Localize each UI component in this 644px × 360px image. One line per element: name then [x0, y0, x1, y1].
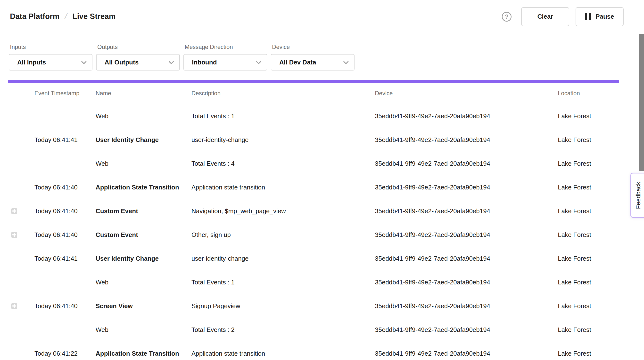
event-device: 35eddb41-9ff9-49e2-7aed-20afa90eb194 — [375, 350, 558, 357]
event-timestamp: Today 06:41:40 — [34, 231, 96, 239]
event-device: 35eddb41-9ff9-49e2-7aed-20afa90eb194 — [375, 112, 558, 120]
table-row[interactable]: Today 06:41:41 User Identity Change user… — [8, 247, 619, 270]
event-timestamp: Today 06:41:40 — [34, 302, 96, 310]
event-device: 35eddb41-9ff9-49e2-7aed-20afa90eb194 — [375, 231, 558, 239]
pause-button[interactable]: Pause — [576, 7, 624, 26]
expand-button[interactable] — [11, 232, 17, 238]
column-name: Name — [96, 90, 192, 97]
table-row[interactable]: Today 06:41:40 Custom Event Other, sign … — [8, 223, 619, 247]
event-description: Application state transition — [192, 184, 375, 191]
event-name: Web — [96, 160, 192, 168]
table-row[interactable]: Web Total Events : 2 35eddb41-9ff9-49e2-… — [8, 318, 619, 342]
breadcrumb: Data Platform / Live Stream — [10, 12, 116, 21]
event-location: Lake Forest — [558, 350, 619, 357]
chevron-down-icon — [81, 59, 87, 64]
event-name: Custom Event — [96, 207, 192, 215]
event-description: Total Events : 2 — [192, 326, 375, 334]
event-description: user-identity-change — [192, 136, 375, 144]
event-name: Custom Event — [96, 231, 192, 239]
filter-outputs-label: Outputs — [97, 44, 180, 50]
event-location: Lake Forest — [558, 255, 619, 262]
clear-button-label: Clear — [537, 13, 553, 20]
top-bar-actions: ? Clear Pause — [502, 0, 624, 33]
event-timestamp: Today 06:41:40 — [34, 184, 96, 191]
filter-device: Device All Dev Data — [271, 44, 354, 70]
event-location: Lake Forest — [558, 207, 619, 215]
expand-button[interactable] — [11, 303, 17, 309]
event-device: 35eddb41-9ff9-49e2-7aed-20afa90eb194 — [375, 255, 558, 262]
inputs-select[interactable]: All Inputs — [9, 54, 92, 70]
plus-icon — [11, 303, 17, 309]
filter-message-direction: Message Direction Inbound — [184, 44, 267, 70]
outputs-select-value: All Outputs — [104, 59, 138, 66]
table-row[interactable]: Web Total Events : 4 35eddb41-9ff9-49e2-… — [8, 152, 619, 176]
filter-device-label: Device — [272, 44, 354, 50]
outputs-select[interactable]: All Outputs — [96, 54, 180, 70]
top-bar: Data Platform / Live Stream ? Clear Paus… — [0, 0, 644, 33]
event-rows: Web Total Events : 1 35eddb41-9ff9-49e2-… — [8, 104, 619, 360]
event-name: Web — [96, 112, 192, 120]
table-row[interactable]: Today 06:41:40 Screen View Signup Pagevi… — [8, 294, 619, 318]
filter-bar: Inputs All Inputs Outputs All Outputs Me… — [9, 44, 354, 70]
event-description: Total Events : 1 — [192, 112, 375, 120]
help-button[interactable]: ? — [502, 12, 512, 21]
expand-button[interactable] — [11, 208, 17, 214]
event-device: 35eddb41-9ff9-49e2-7aed-20afa90eb194 — [375, 160, 558, 168]
plus-icon — [11, 232, 17, 238]
breadcrumb-section[interactable]: Data Platform — [10, 12, 60, 21]
event-name: User Identity Change — [96, 136, 192, 144]
message-direction-select-value: Inbound — [192, 59, 217, 66]
event-location: Lake Forest — [558, 160, 619, 168]
event-name: Application State Transition — [96, 350, 192, 357]
table-row[interactable]: Today 06:41:40 Custom Event Navigation, … — [8, 199, 619, 223]
event-description: user-identity-change — [192, 255, 375, 262]
live-stream-page: Data Platform / Live Stream ? Clear Paus… — [0, 0, 644, 360]
event-timestamp: Today 06:41:40 — [34, 207, 96, 215]
event-device: 35eddb41-9ff9-49e2-7aed-20afa90eb194 — [375, 184, 558, 191]
event-description: Signup Pageview — [192, 302, 375, 310]
event-description: Other, sign up — [192, 231, 375, 239]
column-device: Device — [375, 90, 558, 97]
chevron-down-icon — [256, 59, 262, 64]
table-row[interactable]: Web Total Events : 1 35eddb41-9ff9-49e2-… — [8, 104, 619, 128]
pause-button-label: Pause — [596, 13, 614, 20]
feedback-tab[interactable]: Feedback — [630, 173, 644, 218]
event-name: Web — [96, 326, 192, 334]
event-location: Lake Forest — [558, 136, 619, 144]
column-event-timestamp: Event Timestamp — [34, 90, 96, 97]
filter-inputs-label: Inputs — [10, 44, 92, 50]
page-title: Live Stream — [72, 12, 116, 21]
feedback-tab-label: Feedback — [635, 182, 642, 209]
table-row[interactable]: Today 06:41:22 Application State Transit… — [8, 342, 619, 360]
clear-button[interactable]: Clear — [521, 7, 569, 26]
event-location: Lake Forest — [558, 231, 619, 239]
column-location: Location — [558, 90, 619, 97]
table-row[interactable]: Today 06:41:41 User Identity Change user… — [8, 128, 619, 152]
table-row[interactable]: Today 06:41:40 Application State Transit… — [8, 176, 619, 199]
event-description: Navigation, $mp_web_page_view — [192, 207, 375, 215]
chevron-down-icon — [343, 59, 349, 64]
filter-inputs: Inputs All Inputs — [9, 44, 92, 70]
event-name: User Identity Change — [96, 255, 192, 262]
accent-divider — [8, 80, 619, 83]
event-name: Screen View — [96, 302, 192, 310]
event-device: 35eddb41-9ff9-49e2-7aed-20afa90eb194 — [375, 326, 558, 334]
event-description: Application state transition — [192, 350, 375, 357]
event-timestamp: Today 06:41:41 — [34, 136, 96, 144]
event-location: Lake Forest — [558, 326, 619, 334]
event-location: Lake Forest — [558, 279, 619, 286]
table-row[interactable]: Web Total Events : 1 35eddb41-9ff9-49e2-… — [8, 270, 619, 294]
table-header: Event Timestamp Name Description Device … — [8, 83, 619, 104]
event-device: 35eddb41-9ff9-49e2-7aed-20afa90eb194 — [375, 302, 558, 310]
event-timestamp: Today 06:41:41 — [34, 255, 96, 262]
scrollbar-thumb[interactable] — [639, 34, 644, 171]
filter-message-direction-label: Message Direction — [185, 44, 267, 50]
event-timestamp: Today 06:41:22 — [34, 350, 96, 357]
inputs-select-value: All Inputs — [17, 59, 46, 66]
message-direction-select[interactable]: Inbound — [184, 54, 267, 70]
device-select[interactable]: All Dev Data — [271, 54, 354, 70]
column-description: Description — [192, 90, 375, 97]
event-name: Web — [96, 279, 192, 286]
breadcrumb-separator: / — [64, 12, 68, 21]
filter-outputs: Outputs All Outputs — [96, 44, 180, 70]
